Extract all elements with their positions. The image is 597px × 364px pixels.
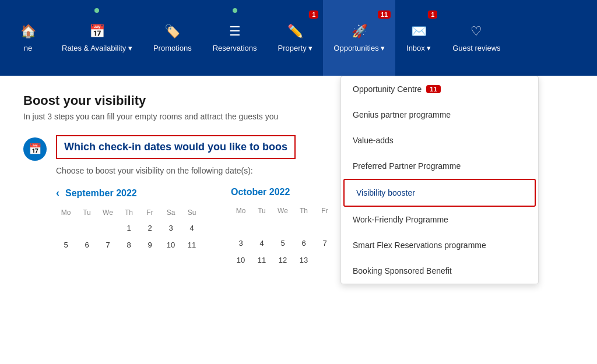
cal-day[interactable]: 4: [182, 220, 202, 236]
sep-grid: Mo Tu We Th Fr Sa Su 1 2 3 4 5 6 7 8: [56, 206, 208, 253]
nav-item-rates[interactable]: 📅 Rates & Availability ▾: [51, 0, 143, 76]
step-question: Which check-in dates would you like to b…: [56, 135, 296, 159]
cal-day[interactable]: 8: [119, 237, 139, 253]
cal-day[interactable]: 10: [161, 237, 181, 253]
dropdown-item-work-friendly[interactable]: Work-Friendly Programme: [341, 207, 538, 232]
dropdown-item-opportunity-centre[interactable]: Opportunity Centre 11: [341, 76, 538, 102]
nav-item-opportunities[interactable]: 11 🚀 Opportunities ▾: [323, 0, 395, 76]
cal-day[interactable]: 6: [77, 237, 97, 253]
nav-item-home[interactable]: 🏠 ne: [5, 0, 51, 76]
col-sa: Sa: [161, 206, 181, 219]
col-tu: Tu: [252, 204, 272, 217]
home-icon: 🏠: [20, 24, 36, 39]
col-su: Su: [182, 206, 202, 219]
col-fr: Fr: [140, 206, 160, 219]
nav-item-inbox[interactable]: 1 ✉️ Inbox ▾: [395, 0, 442, 76]
cal-day[interactable]: 13: [294, 252, 314, 268]
opportunities-dropdown: Opportunity Centre 11 Genius partner pro…: [340, 76, 539, 284]
cal-day[interactable]: 12: [273, 252, 293, 268]
col-we: We: [98, 206, 118, 219]
property-icon: ✏️: [287, 24, 303, 39]
col-fr: Fr: [315, 204, 335, 217]
opportunities-icon: 🚀: [352, 24, 367, 39]
cal-day[interactable]: 3: [231, 235, 251, 251]
cal-day[interactable]: 1: [119, 220, 139, 236]
cal-day[interactable]: 4: [252, 235, 272, 251]
property-badge: 1: [309, 10, 318, 19]
opportunity-centre-badge: 11: [426, 85, 440, 93]
inbox-icon: ✉️: [411, 24, 427, 39]
reservations-dot: [233, 8, 237, 13]
cal-day[interactable]: 11: [182, 237, 202, 253]
dropdown-item-booking-sponsored[interactable]: Booking Sponsored Benefit: [341, 258, 538, 284]
cal-header-sep: ‹ September 2022: [56, 187, 208, 199]
col-mo: Mo: [231, 204, 251, 217]
opportunities-badge: 11: [378, 10, 391, 19]
promotions-icon: 🏷️: [164, 24, 180, 39]
nav-item-reservations[interactable]: ☰ Reservations: [202, 0, 268, 76]
cal-day[interactable]: 3: [161, 220, 181, 236]
rates-dot: [94, 8, 99, 13]
prev-month-button[interactable]: ‹: [56, 187, 59, 199]
sep-month-label: September 2022: [65, 188, 137, 199]
step-content: Which check-in dates would you like to b…: [56, 135, 296, 175]
dropdown-item-value-adds[interactable]: Value-adds: [341, 128, 538, 153]
cal-day[interactable]: 5: [273, 235, 293, 251]
dropdown-item-visibility-booster[interactable]: Visibility booster: [343, 179, 536, 207]
reservations-icon: ☰: [229, 24, 241, 39]
navbar: 🏠 ne 📅 Rates & Availability ▾ 🏷️ Promoti…: [0, 0, 597, 76]
cal-day[interactable]: 2: [140, 220, 160, 236]
nav-item-property[interactable]: 1 ✏️ Property ▾: [268, 0, 324, 76]
cal-day[interactable]: 5: [56, 237, 76, 253]
nav-item-guest-reviews[interactable]: ♡ Guest reviews: [442, 0, 511, 76]
cal-day[interactable]: 10: [231, 252, 251, 268]
col-tu: Tu: [77, 206, 97, 219]
cal-day[interactable]: 9: [140, 237, 160, 253]
col-th: Th: [294, 204, 314, 217]
col-mo: Mo: [56, 206, 76, 219]
dropdown-item-preferred[interactable]: Preferred Partner Programme: [341, 153, 538, 179]
cal-day[interactable]: 7: [98, 237, 118, 253]
oct-month-label: October 2022: [231, 187, 290, 197]
cal-day[interactable]: 6: [294, 235, 314, 251]
guest-reviews-icon: ♡: [470, 24, 482, 39]
col-th: Th: [119, 206, 139, 219]
step-desc: Choose to boost your visibility on the f…: [56, 166, 296, 175]
inbox-badge: 1: [428, 10, 437, 19]
cal-day[interactable]: 7: [315, 235, 335, 251]
col-we: We: [273, 204, 293, 217]
rates-icon: 📅: [89, 24, 105, 39]
nav-item-promotions[interactable]: 🏷️ Promotions: [143, 0, 202, 76]
dropdown-item-genius[interactable]: Genius partner programme: [341, 102, 538, 128]
cal-day[interactable]: 11: [252, 252, 272, 268]
step-calendar-icon: 📅: [23, 137, 47, 161]
dropdown-item-smart-flex[interactable]: Smart Flex Reservations programme: [341, 232, 538, 258]
calendar-september: ‹ September 2022 Mo Tu We Th Fr Sa Su 1 …: [56, 187, 208, 268]
